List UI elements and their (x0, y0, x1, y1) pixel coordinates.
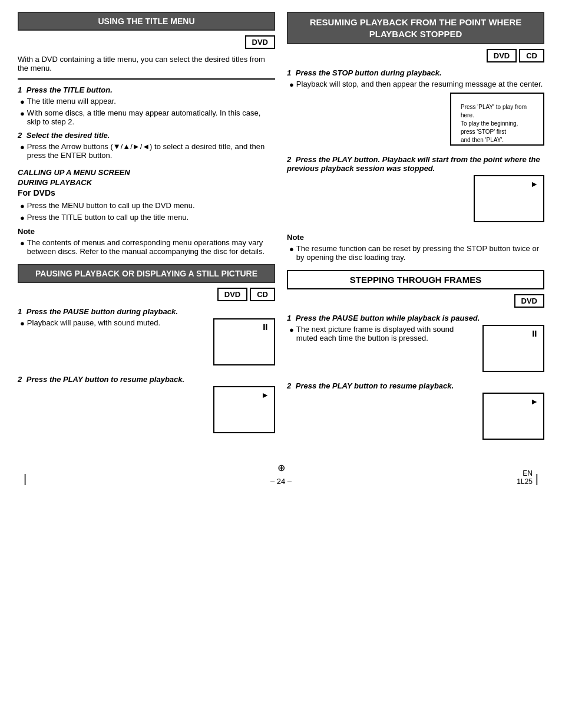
screen-box-resume-play: ► (474, 175, 544, 222)
step-1-title-menu: 1 Press the TITLE button. (18, 85, 275, 94)
stepping-section: STEPPING THROUGH FRAMES DVD 1 Press the … (287, 270, 544, 444)
resuming-section: RESUMING PLAYBACK FROM THE POINT WHERE P… (287, 12, 544, 262)
bullet-text: The resume function can be reset by pres… (296, 244, 544, 262)
calling-bullet-1: ● Press the MENU button to call up the D… (18, 201, 275, 210)
stepping-step1-with-screen: ● The next picture frame is displayed wi… (287, 325, 544, 377)
resuming-note-label: Note (287, 233, 544, 242)
bullet-text: Playback will stop, and then appear the … (296, 80, 544, 88)
play-icon: ► (261, 390, 269, 400)
screen-box-pause: ⏸ (213, 318, 275, 365)
resuming-screen2-wrapper: ► (287, 175, 544, 227)
calling-up-section: CALLING UP A MENU SCREEN DURING PLAYBACK… (18, 168, 275, 256)
bullet-text: Press the Arrow buttons (▼/▲/►/◄) to sel… (27, 142, 275, 160)
screen-box-step-pause: ⏸ (482, 325, 544, 372)
bullet-text: Playback will pause, with sound muted. (27, 318, 207, 327)
resuming-step2: 2 Press the PLAY button. Playback will s… (287, 155, 544, 173)
title-menu-section: USING THE TITLE MENU DVD With a DVD cont… (18, 12, 275, 160)
resuming-note-bullet: ● The resume function can be reset by pr… (287, 244, 544, 262)
screen-box-resume-msg: Press 'PLAY' to play from here. To play … (450, 93, 544, 146)
resuming-dvd-badge: DVD (487, 49, 517, 62)
calling-italic-1: CALLING UP A MENU SCREEN (18, 168, 275, 177)
pausing-bullet-1: ● Playback will pause, with sound muted. (18, 318, 207, 328)
pausing-dvd-badge: DVD (217, 288, 247, 301)
stepping-step1: 1 Press the PAUSE button while playback … (287, 314, 544, 322)
left-margin-mark: | (24, 472, 27, 486)
title-menu-header: USING THE TITLE MENU (18, 12, 275, 31)
stepping-badges: DVD (287, 294, 544, 308)
resuming-badges: DVD CD (287, 49, 544, 62)
stepping-step2: 2 Press the PLAY button to resume playba… (287, 381, 544, 390)
bullet-text: The title menu will appear. (27, 97, 275, 106)
pause-icon-step: ⏸ (530, 329, 538, 338)
pausing-header: PAUSING PLAYBACK OR DISPLAYING A STILL P… (18, 264, 275, 283)
pausing-badges: DVD CD (18, 288, 275, 301)
resume-screen-text: Press 'PLAY' to play from here. To play … (456, 98, 538, 149)
right-column: RESUMING PLAYBACK FROM THE POINT WHERE P… (287, 12, 544, 444)
screen-box-play: ► (213, 386, 275, 433)
resuming-step1: 1 Press the STOP button during playback. (287, 68, 544, 77)
calling-italic-2: DURING PLAYBACK (18, 178, 275, 187)
page-footer: | | ⊕ – 24 – EN 1L25 (18, 462, 544, 486)
dvd-badge: DVD (245, 35, 275, 49)
crosshair-bottom: ⊕ (18, 462, 544, 473)
stepping-screen1: ⏸ (482, 325, 544, 377)
resuming-header: RESUMING PLAYBACK FROM THE POINT WHERE P… (287, 12, 544, 44)
page-number: – 24 – (18, 477, 544, 486)
stepping-header: STEPPING THROUGH FRAMES (287, 270, 544, 289)
bullet-title-menu-3: ● Press the Arrow buttons (▼/▲/►/◄) to s… (18, 142, 275, 160)
pausing-step1-text: ● Playback will pause, with sound muted. (18, 318, 207, 330)
pausing-cd-badge: CD (250, 288, 275, 301)
stepping-bullet-1: ● The next picture frame is displayed wi… (287, 325, 477, 342)
calling-note-bullet: ● The contents of menus and correspondin… (18, 238, 275, 256)
calling-bullet-2: ● Press the TITLE button to call up the … (18, 213, 275, 222)
divider-1 (18, 78, 275, 80)
bullet-text: With some discs, a title menu may appear… (27, 108, 275, 126)
stepping-dvd-badge: DVD (514, 294, 544, 308)
pause-icon: ⏸ (261, 322, 269, 332)
title-menu-intro: With a DVD containing a title menu, you … (18, 55, 275, 73)
title-menu-badges: DVD (18, 35, 275, 49)
resuming-cd-badge: CD (519, 49, 544, 62)
bullet-text: The contents of menus and corresponding … (27, 238, 275, 256)
calling-bold: For DVDs (18, 188, 275, 197)
pausing-screen1: ⏸ (213, 318, 275, 370)
pausing-step2: 2 Press the PLAY button to resume playba… (18, 375, 275, 384)
right-margin-mark: | (535, 472, 538, 486)
resuming-bullet-1: ● Playback will stop, and then appear th… (287, 80, 544, 89)
bullet-title-menu-2: ● With some discs, a title menu may appe… (18, 108, 275, 126)
play-icon-step: ► (530, 397, 538, 406)
resuming-screen1-wrapper: Press 'PLAY' to play from here. To play … (287, 93, 544, 150)
stepping-step1-text: ● The next picture frame is displayed wi… (287, 325, 477, 345)
page-code: EN 1L25 (517, 469, 533, 486)
pausing-section: PAUSING PLAYBACK OR DISPLAYING A STILL P… (18, 264, 275, 438)
stepping-screen2-wrapper: ► (287, 393, 544, 444)
bullet-text: Press the MENU button to call up the DVD… (27, 201, 275, 210)
pausing-screen2-wrapper: ► (18, 386, 275, 438)
bullet-text: Press the TITLE button to call up the ti… (27, 213, 275, 222)
screen-box-step-play: ► (482, 393, 544, 440)
play-icon-resume: ► (530, 179, 538, 189)
footer-center: ⊕ – 24 – (18, 462, 544, 486)
pausing-step1-with-screen: ● Playback will pause, with sound muted.… (18, 318, 275, 370)
step-2-title-menu: 2 Select the desired title. (18, 131, 275, 140)
calling-note-label: Note (18, 227, 275, 236)
pausing-step1: 1 Press the PAUSE button during playback… (18, 307, 275, 316)
left-column: USING THE TITLE MENU DVD With a DVD cont… (18, 12, 275, 444)
bullet-text: The next picture frame is displayed with… (296, 325, 477, 342)
bullet-title-menu-1: ● The title menu will appear. (18, 97, 275, 106)
